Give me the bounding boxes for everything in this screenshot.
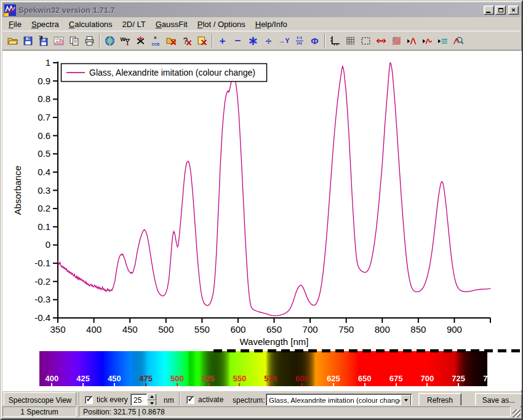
svg-text:0.9: 0.9 (38, 76, 50, 86)
spectroscope-tick-500 (177, 383, 178, 386)
peak-picking-button[interactable] (404, 33, 420, 48)
remove-spikes-button[interactable] (133, 33, 148, 48)
svg-text:0: 0 (46, 239, 50, 250)
save-as-file-icon (38, 36, 49, 46)
spectroscope-tick-600 (301, 383, 303, 386)
zoom-mode-button[interactable] (389, 33, 404, 48)
quantum-phi-icon: Φ (311, 36, 318, 46)
activate-checkbox[interactable]: ✓ (186, 396, 194, 404)
zoom-spectrum-button[interactable] (450, 33, 466, 48)
maximize-button[interactable] (495, 6, 506, 15)
svg-text:500: 500 (158, 324, 174, 335)
close-spectrum-button[interactable] (164, 33, 179, 48)
menu-help-info[interactable]: Help/Info (250, 18, 292, 30)
export-gnuplot-button[interactable]: GNU (51, 33, 66, 48)
spectroscope-view[interactable]: 4004254504755005255505756006256506757007… (39, 351, 487, 386)
multiply-spectra-button[interactable]: ∗ (246, 33, 261, 48)
toggle-frame-button[interactable] (358, 33, 373, 48)
spectrum-select-value: Glass, Alexandrite imitation (colour cha… (266, 394, 400, 406)
zoom-spectrum-icon (453, 36, 463, 46)
web-link-icon (105, 36, 115, 46)
curve-tools-button[interactable] (420, 33, 435, 48)
spectrum-label: spectrum: (233, 396, 265, 405)
tick-step-up-button[interactable] (147, 394, 156, 400)
nm-unit-label: nm (164, 396, 174, 405)
spectroscope-label-600: 600 (291, 374, 313, 383)
tick-step-input[interactable]: 25 (130, 394, 147, 406)
svg-text:CCD: CCD (152, 42, 160, 46)
spectroscope-tick-525 (208, 383, 209, 386)
quantum-phi-button[interactable]: Φ (307, 33, 322, 48)
svg-text:600: 600 (230, 324, 246, 335)
spectrum-chart[interactable]: 350400450500550600650700750800850900-0.4… (2, 51, 523, 349)
export-gnuplot-icon: GNU (54, 36, 64, 46)
svg-text:800: 800 (375, 324, 390, 335)
copy-to-clipboard-button[interactable] (66, 33, 82, 48)
ccd-correction-icon: *CCD (151, 36, 161, 46)
svg-text:700: 700 (303, 324, 318, 335)
normalize-icon: I−II+I (296, 36, 303, 46)
divide-spectra-button[interactable]: ÷ (261, 33, 276, 48)
spectroscope-label-500: 500 (166, 374, 188, 383)
menu-plot-options[interactable]: Plot / Options (193, 18, 250, 30)
status-bar: 1 Spectrum Position: 321.75 | 0.8678 (2, 405, 521, 418)
ccd-correction-button[interactable]: *CCD (148, 33, 164, 48)
window-title: Spekwin32 version 1.71.7 (18, 6, 482, 15)
spectroscope-tick-400 (51, 383, 52, 386)
spectra-list-button[interactable] (435, 33, 450, 48)
spectroscope-tick-650 (364, 383, 365, 386)
spectroscope-tick-725 (458, 383, 459, 386)
spectroscope-label-725: 725 (447, 374, 469, 383)
resize-grip[interactable] (513, 410, 521, 418)
spectroscope-label-400: 400 (41, 374, 63, 383)
print-icon (84, 36, 95, 46)
remove-query-button[interactable]: ? (179, 33, 194, 48)
menu-gaussfit[interactable]: GaussFit (151, 18, 193, 30)
toggle-grid-button[interactable] (343, 33, 358, 48)
remove-spikes-icon (135, 36, 146, 46)
y-convert-button[interactable]: →Y (276, 33, 292, 48)
copy-to-clipboard-icon (69, 36, 79, 46)
tick-every-checkbox[interactable]: ✓ (85, 396, 93, 404)
print-button[interactable] (82, 33, 97, 48)
menu-2d-lt[interactable]: 2D/ LT (118, 18, 151, 30)
spectroscope-label-575: 575 (260, 374, 282, 383)
add-spectra-icon: + (220, 36, 226, 46)
save-file-icon (23, 36, 33, 46)
svg-text:0.7: 0.7 (38, 112, 50, 122)
wavelength-convert-button[interactable]: W (118, 33, 133, 48)
x-range-icon (376, 36, 386, 46)
subtract-spectra-button[interactable]: − (230, 33, 246, 48)
divide-spectra-icon: ÷ (266, 36, 271, 46)
app-icon[interactable] (4, 4, 16, 16)
spectroscope-label-550: 550 (228, 374, 250, 383)
add-spectra-button[interactable]: + (215, 33, 230, 48)
title-bar[interactable]: Spekwin32 version 1.71.7 × (2, 2, 521, 17)
menu-spectra[interactable]: Spectra (26, 18, 64, 30)
chevron-down-icon[interactable] (401, 395, 411, 406)
toggle-axes-button[interactable] (327, 33, 343, 48)
save-as-file-button[interactable] (36, 33, 51, 48)
svg-text:-0.2: -0.2 (34, 276, 50, 287)
spectroscope-label-425: 425 (72, 374, 94, 383)
open-file-button[interactable] (5, 33, 20, 48)
plot-area[interactable]: 350400450500550600650700750800850900-0.4… (2, 51, 523, 390)
spectroscope-tick-575 (270, 383, 271, 386)
web-link-button[interactable] (102, 33, 118, 48)
spectroscope-tick-450 (114, 383, 115, 386)
normalize-button[interactable]: I−II+I (292, 33, 307, 48)
menu-file[interactable]: File (4, 18, 26, 30)
svg-text:0.8: 0.8 (38, 93, 50, 104)
spectroscope-tick-675 (396, 383, 397, 386)
svg-text:900: 900 (447, 324, 462, 335)
close-button[interactable]: × (508, 6, 519, 15)
x-range-button[interactable] (373, 33, 389, 48)
remove-note-button[interactable] (194, 33, 210, 48)
save-file-button[interactable] (20, 33, 36, 48)
y-convert-icon: →Y (278, 38, 289, 44)
svg-text:Wavelength [nm]: Wavelength [nm] (240, 336, 309, 347)
menu-calculations[interactable]: Calculations (64, 18, 118, 30)
minimize-button[interactable] (484, 6, 494, 15)
svg-text:-0.1: -0.1 (34, 258, 50, 268)
menu-bar: FileSpectraCalculations2D/ LTGaussFitPlo… (2, 17, 521, 31)
